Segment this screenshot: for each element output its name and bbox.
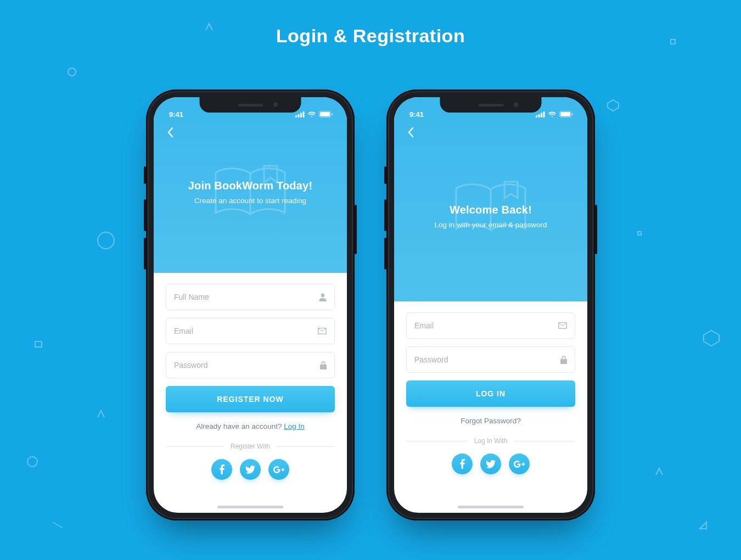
password-field[interactable] [166,352,335,378]
social-facebook-button[interactable] [452,453,473,474]
email-field[interactable] [166,318,335,344]
google-plus-icon [273,466,284,473]
login-title: Welcome Back! [394,204,587,216]
registration-subtitle: Create an account to start reading [154,197,347,205]
svg-point-0 [68,68,76,76]
svg-rect-19 [541,113,542,117]
name-field[interactable] [166,284,335,310]
social-google-plus-button[interactable] [509,453,530,474]
signal-icon [536,111,545,117]
email-input[interactable] [174,327,318,335]
book-icon [209,163,291,225]
password-input[interactable] [414,355,560,364]
mail-icon [318,328,327,334]
lock-icon [560,356,567,364]
status-time: 9:41 [409,110,424,119]
page-title: Login & Registration [0,0,741,47]
person-icon [319,293,327,301]
password-field[interactable] [406,346,575,373]
svg-rect-15 [332,113,333,115]
phone-notch [200,97,301,113]
back-button[interactable] [403,125,418,140]
signal-icon [295,111,305,117]
login-hero: 9:41 Welcome Back! Log in with your emai [394,97,587,301]
social-facebook-button[interactable] [211,459,232,480]
svg-rect-22 [560,112,570,116]
forgot-password-link[interactable]: Forgot Password? [461,417,521,425]
social-google-plus-button[interactable] [268,459,289,480]
svg-rect-11 [300,113,302,117]
svg-rect-12 [303,111,305,117]
home-indicator [217,506,283,508]
email-field[interactable] [406,312,575,339]
register-button[interactable]: REGISTER NOW [166,386,335,412]
twitter-icon [486,460,496,468]
login-with-label: Log In With [474,437,508,445]
registration-hero: 9:41 Join BookWorm Today! Create an acco [154,97,347,273]
battery-icon [559,111,573,117]
name-input[interactable] [174,293,319,301]
svg-rect-14 [320,112,330,116]
svg-rect-23 [572,113,573,115]
login-subtitle: Log in with your email & password [394,221,587,229]
twitter-icon [245,466,255,474]
login-button[interactable]: LOG IN [406,380,575,407]
home-indicator [458,506,524,508]
login-with-divider: Log In With [406,437,575,445]
register-with-label: Register With [231,443,270,450]
chevron-left-icon [167,127,173,138]
svg-rect-18 [538,114,540,117]
phone-registration: 9:41 Join BookWorm Today! Create an acco [146,89,355,520]
wifi-icon [548,111,557,117]
svg-rect-17 [536,115,537,117]
registration-form: REGISTER NOW Already have an account? Lo… [154,273,347,480]
back-button[interactable] [162,125,178,140]
google-plus-icon [514,461,525,468]
battery-icon [319,111,333,117]
login-prompt-text: Already have an account? [196,422,284,430]
login-prompt: Already have an account? Log In [166,422,335,430]
phone-notch [440,97,542,113]
svg-rect-10 [298,114,300,117]
lock-icon [320,361,327,369]
mail-icon [558,322,567,329]
svg-rect-8 [53,522,63,528]
login-form: LOG IN Forgot Password? Log In With [394,301,587,474]
password-input[interactable] [174,361,320,369]
facebook-icon [460,459,465,469]
phone-login: 9:41 Welcome Back! Log in with your emai [386,89,595,520]
wifi-icon [307,111,316,117]
registration-title: Join BookWorm Today! [154,180,347,192]
register-with-divider: Register With [166,443,335,450]
login-link[interactable]: Log In [284,422,305,430]
svg-rect-20 [543,111,545,117]
chevron-left-icon [407,127,414,138]
status-time: 9:41 [169,110,183,119]
facebook-icon [220,464,224,474]
svg-rect-9 [295,115,297,117]
social-twitter-button[interactable] [480,453,501,474]
email-input[interactable] [414,321,558,330]
social-twitter-button[interactable] [240,459,261,480]
